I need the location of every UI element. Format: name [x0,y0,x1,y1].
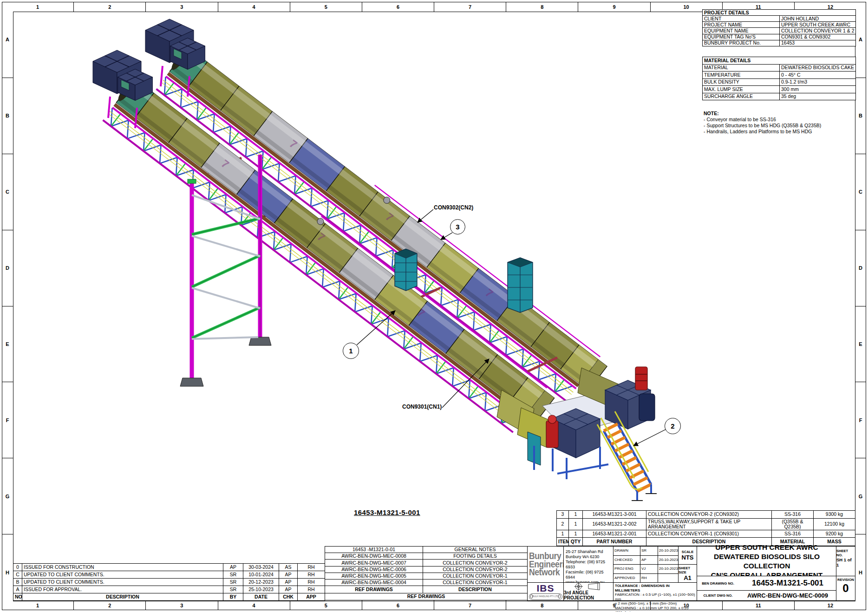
table-row: AWRC-BEN-DWG-MEC-0007COLLECTION CONVEYOR… [325,560,528,566]
bom-header-mass: MASS [814,538,855,546]
company-address: 25-27 Shanahan Rd Bunbury WA 6230 Teleph… [563,546,613,583]
balloon-item-2: 2 [665,418,681,434]
table-row: TEMPERATURE0 - 45° C [703,72,856,79]
tolerance-block: TOLERANCE : DIMENSIONS IN MILLIMETERS FA… [613,582,697,601]
bom-header-qty: QTY [569,538,583,546]
ibs-roller-icon: BULK HANDLING PTY LTD [529,593,562,600]
view-drawing-number: 16453-M1321-5-001 [354,508,420,516]
note-line: - Handrails, Ladders and Platforms to be… [704,129,852,135]
company-logo: Bunbury Engineering Network [527,546,564,583]
table-row: PROJECT NAMEUPPER SOUTH CREEK AWRC [703,22,856,28]
bom-header-item: ITEM [557,538,569,546]
table-row: 1116453-M1321-2-001COLLECTION CONVEYOR-1… [557,530,855,538]
table-row: EQUIPMENT NAMECOLLECTION CONVEYOR 1 & 2 [703,28,856,34]
table-row: AWRC-BEN-DWG-MEC-0008FOOTING DETAILS [325,553,528,560]
table-row: CLIENTJOHN HOLLAND [703,16,856,22]
scale-box: SCALE NTS [678,546,697,565]
ref-description-header: DESCRIPTION [423,586,528,593]
table-row: AWRC-BEN-DWG-MEC-0004COLLECTION CONVEYOR… [325,579,528,586]
drawing-sheet: 123456789101112 123456789101112 ABCDEFGH… [0,0,868,612]
table-row: BULK DENSITY0.9-1.2 t/m3 [703,78,856,86]
note-line: - Support Structures to be MS HDG (Q355B… [704,123,852,129]
callout-con9302: CON9302(CN2) [434,204,473,211]
ref-drawings-footer: REF DRAWINGS [325,593,528,600]
drawing-title: UPPER SOUTH CREEK AWRC DEWATERED BIOSOLI… [697,546,837,576]
revision-box: REVISION 0 [836,576,855,601]
table-row: APPROVEDRH [613,573,679,583]
table-row: SURCHARGE ANGLE35 deg [703,93,856,100]
table-row: DRAWNSR20-10-2023 [613,547,679,556]
ibs-logo: IBS BULK HANDLING PTY LTD [527,582,564,601]
table-row: 16453 -M1321-0-01GENERAL NOTES [325,547,528,553]
client-drawing-number: CLIENT DWG NO. AWRC-BEN-DWG-MEC-0009 [697,590,837,601]
approvals-table: DRAWNSR20-10-2023CHECKEDAP20-10-2023PROJ… [613,546,679,583]
table-row: 3116453-M1321-3-001COLLECTION CONVEYOR-2… [557,511,855,519]
bom-header-part-number: PART NUMBER [583,538,646,546]
ref-drawings-table: 16453 -M1321-0-01GENERAL NOTESAWRC-BEN-D… [325,546,527,600]
table-row: BUPDATED TO CLIENT COMMENTS.SR20-12-2023… [13,579,325,586]
revision-history-table: 0ISSUED FOR CONSTRUCTIONAP30-03-2024ASRH… [13,563,325,600]
projection-box: 3rd ANGLE PROJECTION [563,582,613,601]
notes-title: NOTE: [704,111,852,117]
balloon-item-1: 1 [343,343,359,359]
table-row: CUPDATED TO CLIENT COMMENTS.SR10-01-2024… [13,571,325,579]
projection-symbol-icon [566,583,611,590]
balloon-item-3: 3 [450,219,465,234]
table-row: MATERIALDEWATERED BIOSOLIDS CAKE [703,64,856,72]
bom-table: 3116453-M1321-3-001COLLECTION CONVEYOR-2… [556,510,855,546]
note-line: - Conveyor material to be SS-316 [704,117,852,123]
table-row: 0ISSUED FOR CONSTRUCTIONAP30-03-2024ASRH [13,564,325,571]
project-details-title: PROJECT DETAILS [703,10,856,16]
material-details-table: MATERIAL DETAILS MATERIALDEWATERED BIOSO… [702,57,855,100]
table-row: CHECKEDAP20-10-2023 [613,555,679,565]
table-row: MAX. LUMP SIZE300 mm [703,86,856,93]
project-details-table: PROJECT DETAILS CLIENTJOHN HOLLANDPROJEC… [702,9,855,46]
table-row: AWRC-BEN-DWG-MEC-0005COLLECTION CONVEYOR… [325,573,528,579]
table-row: BUNBURY PROJECT No.16453 [703,40,856,46]
sheet-size-box: SHEET SIZE A1 [678,564,697,583]
notes-block: NOTE: - Conveyor material to be SS-316 -… [704,111,852,135]
table-row: AISSUED FOR APPROVAL.SR25-10-2023APRH [13,586,325,593]
sheet-number-box: SHEET NO. SH 1 of 1 [836,546,855,576]
table-row: EQUIPMENT TAG No'SCON9301 & CON9302 [703,34,856,40]
table-row: PROJ ENGVJ20-10-2023 [613,565,679,574]
table-row: AWRC-BEN-DWG-MEC-0006COLLECTION CONVEYOR… [325,566,528,573]
table-row: 2116453-M1321-2-002TRUSS,WALKWAY,SUPPORT… [557,518,855,530]
ben-drawing-number: BEN DRAWING NO. 16453-M1321-5-001 [697,576,837,591]
material-details-title: MATERIAL DETAILS [703,57,856,65]
callout-con9301: CON9301(CN1) [402,404,442,410]
ref-drawings-header: REF DRAWINGS [325,586,423,593]
